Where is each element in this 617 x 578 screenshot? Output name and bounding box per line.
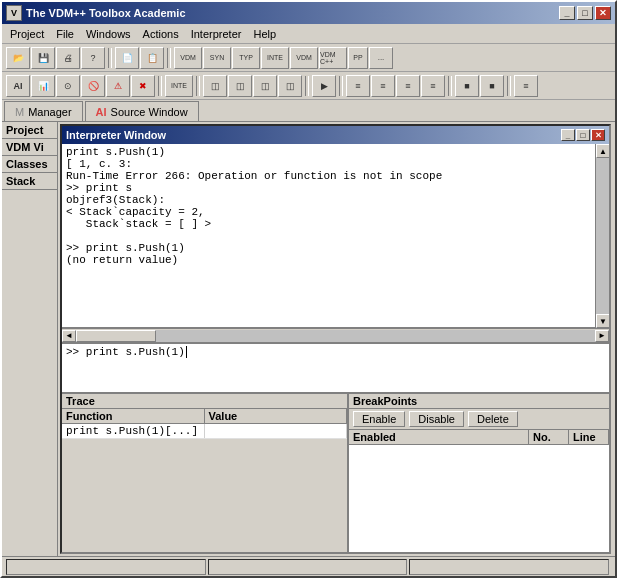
- output-line-7: >> print s.Push(1): [66, 242, 591, 254]
- bp-btn-row: Enable Disable Delete: [349, 409, 609, 430]
- output-vscrollbar[interactable]: ▲ ▼: [595, 144, 609, 328]
- tb2-warn[interactable]: ⚠: [106, 75, 130, 97]
- status-section-1: [6, 559, 206, 575]
- trace-cell-value-0: [205, 424, 348, 438]
- trace-col-value: Value: [205, 409, 348, 423]
- tb2-s1[interactable]: ◫: [203, 75, 227, 97]
- bp-col-enabled: Enabled: [349, 430, 529, 444]
- tab-manager[interactable]: M Manager: [4, 101, 83, 121]
- hscroll-thumb[interactable]: [76, 330, 156, 342]
- tb2-ai[interactable]: AI: [6, 75, 30, 97]
- tb-save[interactable]: 💾: [31, 47, 55, 69]
- menu-interpreter[interactable]: Interpreter: [185, 26, 248, 42]
- tb2-lines[interactable]: ≡: [514, 75, 538, 97]
- trace-cell-function-0: print s.Push(1)[...]: [62, 424, 205, 438]
- tb-help[interactable]: ?: [81, 47, 105, 69]
- status-section-2: [208, 559, 408, 575]
- scroll-down[interactable]: ▼: [596, 314, 609, 328]
- main-panel-area: Interpreter Window _ □ ✕ print s.Push(1)…: [58, 122, 615, 556]
- hscroll-left[interactable]: ◄: [62, 330, 76, 342]
- menu-windows[interactable]: Windows: [80, 26, 137, 42]
- bp-disable-button[interactable]: Disable: [409, 411, 464, 427]
- output-line-1: print s.Push(1): [66, 146, 591, 158]
- left-tab-stack[interactable]: Stack: [2, 173, 57, 190]
- interpreter-title-bar: Interpreter Window _ □ ✕: [62, 126, 609, 144]
- tb-int[interactable]: INTE: [261, 47, 289, 69]
- maximize-button[interactable]: □: [577, 6, 593, 20]
- bp-col-line: Line: [569, 430, 609, 444]
- hscroll-track[interactable]: [76, 330, 595, 342]
- scroll-up[interactable]: ▲: [596, 144, 609, 158]
- tb-more[interactable]: ...: [369, 47, 393, 69]
- tab-source-window[interactable]: AI Source Window: [85, 101, 199, 121]
- trace-header: Trace: [62, 394, 347, 409]
- menu-actions[interactable]: Actions: [137, 26, 185, 42]
- menu-help[interactable]: Help: [247, 26, 282, 42]
- scroll-track[interactable]: [596, 158, 609, 314]
- tb2-l4[interactable]: ≡: [421, 75, 445, 97]
- tb-syn[interactable]: SYN: [203, 47, 231, 69]
- tb2-chart[interactable]: 📊: [31, 75, 55, 97]
- left-tab-vdmvi[interactable]: VDM Vi: [2, 139, 57, 156]
- tb2-l3[interactable]: ≡: [396, 75, 420, 97]
- hscroll-right[interactable]: ►: [595, 330, 609, 342]
- outer-tab-strip: M Manager AI Source Window: [2, 100, 615, 122]
- output-blank: [66, 230, 591, 242]
- toolbar-2: AI 📊 ⊙ 🚫 ⚠ ✖ INTE ◫ ◫ ◫ ◫ ▶ ≡ ≡ ≡ ≡ ■ ■ …: [2, 72, 615, 100]
- left-tab-project[interactable]: Project: [2, 122, 57, 139]
- interp-title: Interpreter Window: [66, 129, 166, 141]
- tb2-s3[interactable]: ◫: [253, 75, 277, 97]
- tb-copy[interactable]: 📋: [140, 47, 164, 69]
- tb2-s2[interactable]: ◫: [228, 75, 252, 97]
- main-window: V The VDM++ Toolbox Academic _ □ ✕ Proje…: [0, 0, 617, 578]
- window-title: The VDM++ Toolbox Academic: [26, 7, 559, 19]
- main-area: M Manager AI Source Window Project VDM V…: [2, 100, 615, 556]
- bp-enable-button[interactable]: Enable: [353, 411, 405, 427]
- interp-maximize[interactable]: □: [576, 129, 590, 141]
- left-tab-classes[interactable]: Classes: [2, 156, 57, 173]
- output-line-8: (no return value): [66, 254, 591, 266]
- tb-vdm[interactable]: VDM: [174, 47, 202, 69]
- tb2-circle[interactable]: ⊙: [56, 75, 80, 97]
- tb-new[interactable]: 📄: [115, 47, 139, 69]
- interpreter-input-area: >> print s.Push(1): [62, 342, 609, 392]
- full-layout: Project VDM Vi Classes Stack Interpreter…: [2, 122, 615, 556]
- left-panel: Project VDM Vi Classes Stack: [2, 122, 58, 556]
- tb2-x[interactable]: ✖: [131, 75, 155, 97]
- close-button[interactable]: ✕: [595, 6, 611, 20]
- input-text[interactable]: >> print s.Push(1): [66, 346, 185, 358]
- tb2-l2[interactable]: ≡: [371, 75, 395, 97]
- app-icon: V: [6, 5, 22, 21]
- manager-icon: M: [15, 106, 24, 118]
- tb2-stop[interactable]: 🚫: [81, 75, 105, 97]
- tb-print[interactable]: 🖨: [56, 47, 80, 69]
- bp-header: BreakPoints: [349, 394, 609, 409]
- trace-row-0[interactable]: print s.Push(1)[...]: [62, 424, 347, 439]
- tb-pp[interactable]: PP: [348, 47, 368, 69]
- tb2-s4[interactable]: ◫: [278, 75, 302, 97]
- tb2-sq2[interactable]: ■: [480, 75, 504, 97]
- tb-cpp[interactable]: VDM C++: [319, 47, 347, 69]
- tb-vdm2[interactable]: VDM: [290, 47, 318, 69]
- menu-project[interactable]: Project: [4, 26, 50, 42]
- sep4: [196, 76, 200, 96]
- output-line-5: < Stack`capacity = 2,: [66, 206, 591, 218]
- output-line-2: [ 1, c. 3:: [66, 158, 591, 170]
- bp-delete-button[interactable]: Delete: [468, 411, 518, 427]
- tb2-int[interactable]: INTE: [165, 75, 193, 97]
- status-bar: [2, 556, 615, 576]
- interp-close[interactable]: ✕: [591, 129, 605, 141]
- tb-open[interactable]: 📂: [6, 47, 30, 69]
- tb2-sq1[interactable]: ■: [455, 75, 479, 97]
- output-scroll-wrap: print s.Push(1) [ 1, c. 3: Run-Time Erro…: [62, 144, 609, 328]
- sep2: [167, 48, 171, 68]
- menu-file[interactable]: File: [50, 26, 80, 42]
- tb2-l1[interactable]: ≡: [346, 75, 370, 97]
- title-bar: V The VDM++ Toolbox Academic _ □ ✕: [2, 2, 615, 24]
- interpreter-output[interactable]: print s.Push(1) [ 1, c. 3: Run-Time Erro…: [62, 144, 595, 328]
- interp-minimize[interactable]: _: [561, 129, 575, 141]
- tb-typ[interactable]: TYP: [232, 47, 260, 69]
- minimize-button[interactable]: _: [559, 6, 575, 20]
- status-section-3: [409, 559, 609, 575]
- tb2-play[interactable]: ▶: [312, 75, 336, 97]
